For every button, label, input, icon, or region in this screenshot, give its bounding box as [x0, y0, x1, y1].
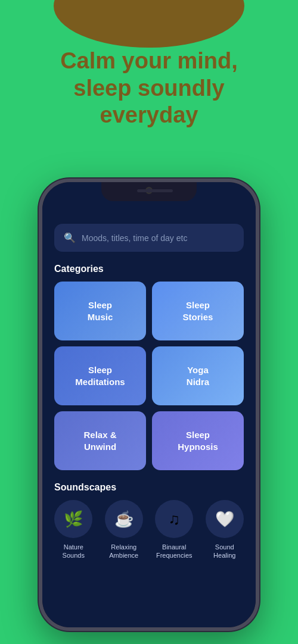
headline: Calm your mind, sleep soundly everyday: [0, 48, 298, 129]
relaxing-ambience-label: Relaxing Ambience: [109, 543, 138, 560]
search-icon: 🔍: [64, 232, 76, 243]
nature-sounds-label: Nature Sounds: [63, 543, 85, 560]
soundscapes-title: Soundscapes: [54, 482, 244, 493]
soundscape-relaxing-ambience[interactable]: ☕ Relaxing Ambience: [105, 500, 143, 560]
soundscape-binaural-frequencies[interactable]: ♫ Binaural Frequencies: [155, 500, 193, 560]
sound-healing-icon: 🤍: [206, 500, 244, 538]
soundscapes-row: 🌿 Nature Sounds ☕ Relaxing Ambience ♫: [48, 500, 250, 560]
top-arc-decoration: [54, 0, 244, 48]
phone-screen: 🔍 Moods, titles, time of day etc Categor…: [42, 182, 256, 627]
binaural-frequencies-label: Binaural Frequencies: [156, 543, 193, 560]
headline-line1: Calm your mind,: [60, 48, 238, 73]
categories-title: Categories: [54, 264, 244, 274]
phone-notch: [101, 182, 197, 201]
binaural-frequencies-icon: ♫: [155, 500, 193, 538]
nature-sounds-icon: 🌿: [54, 500, 92, 538]
soundscape-sound-healing[interactable]: 🤍 Sound Healing: [206, 500, 244, 560]
notch-speaker: [137, 189, 173, 192]
category-sleep-music[interactable]: Sleep Music: [54, 282, 146, 340]
sound-healing-label: Sound Healing: [213, 543, 235, 560]
search-bar[interactable]: 🔍 Moods, titles, time of day etc: [54, 224, 244, 252]
soundscape-nature-sounds[interactable]: 🌿 Nature Sounds: [54, 500, 92, 560]
phone-shell: 🔍 Moods, titles, time of day etc Categor…: [39, 179, 259, 631]
headline-line2: sleep soundly: [73, 76, 224, 101]
category-sleep-meditations[interactable]: Sleep Meditations: [54, 346, 146, 405]
relaxing-ambience-icon: ☕: [105, 500, 143, 538]
search-placeholder-text: Moods, titles, time of day etc: [82, 233, 187, 243]
headline-line3: everyday: [100, 102, 198, 127]
category-yoga-nidra[interactable]: Yoga Nidra: [152, 346, 244, 405]
category-sleep-hypnosis[interactable]: Sleep Hypnosis: [152, 411, 244, 470]
categories-grid: Sleep Music Sleep Stories Sleep Meditati…: [54, 282, 244, 470]
category-relax-unwind[interactable]: Relax & Unwind: [54, 411, 146, 470]
category-sleep-stories[interactable]: Sleep Stories: [152, 282, 244, 340]
